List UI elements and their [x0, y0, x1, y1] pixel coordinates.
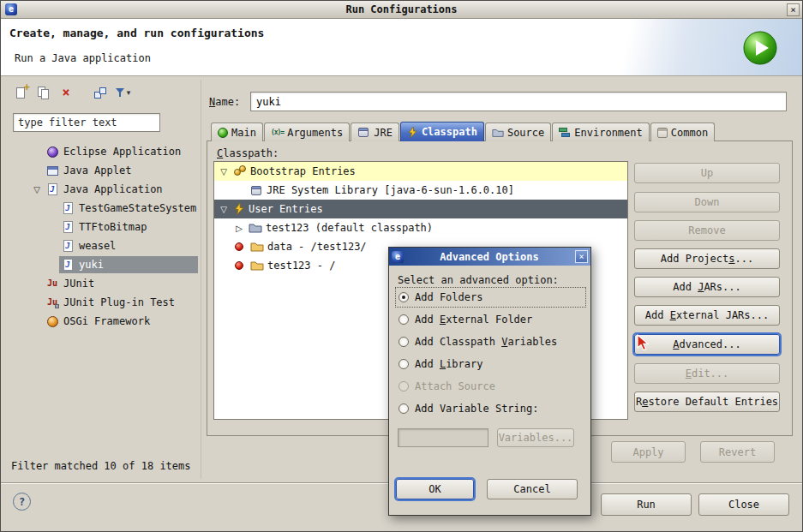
- java-application-icon: J: [61, 220, 75, 234]
- sidebar-item-ttftobitmap[interactable]: JTTFtoBitmap: [8, 218, 198, 236]
- sidebar-item-osgi-framework[interactable]: OSGi Framework: [8, 312, 198, 331]
- panel-separator[interactable]: [201, 80, 201, 479]
- expander-icon[interactable]: ▽: [218, 167, 230, 176]
- sidebar-item-yuki[interactable]: Jyuki: [8, 255, 198, 274]
- config-tabs: Main (x)=Arguments JRE Classpath Source …: [211, 122, 716, 141]
- classpath-item-bootstrap-entries[interactable]: ▽ Bootstrap Entries: [214, 162, 627, 181]
- sidebar-item-junit-plugin-test[interactable]: JuJUnit Plug-in Test: [8, 293, 198, 312]
- filter-menu-button[interactable]: ▾: [112, 82, 133, 103]
- help-button[interactable]: ?: [13, 493, 31, 511]
- filter-icon: [115, 86, 126, 99]
- apply-button[interactable]: Apply: [611, 441, 686, 463]
- radio-icon: [399, 337, 409, 347]
- sidebar-item-java-applet[interactable]: Java Applet: [8, 161, 198, 180]
- eclipse-application-icon: [45, 145, 59, 158]
- dialog-title: Advanced Options: [407, 251, 572, 263]
- bootstrap-entries-icon: [233, 164, 247, 178]
- header-banner: Create, manage, and run configurations R…: [1, 19, 802, 76]
- radio-add-library[interactable]: Add Library: [396, 355, 585, 374]
- java-application-icon: J: [61, 201, 75, 215]
- delete-config-button[interactable]: ×: [56, 82, 76, 103]
- launch-config-toolbar: + × ▾: [11, 81, 133, 104]
- name-label: Name:: [209, 96, 240, 108]
- sidebar-item-eclipse-application[interactable]: Eclipse Application: [8, 142, 198, 161]
- revert-button[interactable]: Revert: [700, 441, 775, 463]
- filter-input[interactable]: [13, 113, 160, 132]
- classpath-item-user-entries[interactable]: ▽ User Entries: [214, 200, 627, 218]
- sidebar-item-junit[interactable]: JuJUnit: [8, 274, 198, 293]
- osgi-icon: [45, 314, 59, 328]
- source-tab-icon: [492, 127, 504, 139]
- common-tab-icon: [657, 128, 668, 138]
- advanced-options-dialog: e Advanced Options × Select an advanced …: [388, 247, 591, 516]
- radio-icon: [399, 359, 409, 369]
- radio-icon: [399, 314, 409, 325]
- expander-icon[interactable]: ▽: [218, 205, 230, 214]
- junit-plugin-icon: Ju: [45, 296, 59, 309]
- folder-icon: [250, 240, 264, 254]
- red-marker-icon: [233, 240, 247, 254]
- run-button[interactable]: Run: [601, 493, 692, 516]
- project-icon: [249, 221, 262, 235]
- name-input[interactable]: [250, 92, 787, 111]
- tab-arguments[interactable]: (x)=Arguments: [264, 123, 350, 141]
- user-entries-icon: [233, 203, 245, 215]
- environment-tab-icon: [559, 127, 571, 139]
- radio-add-classpath-variables[interactable]: Add Classpath Variables: [396, 332, 585, 351]
- run-badge-icon: [742, 30, 778, 66]
- dialog-prompt: Select an advanced option:: [398, 274, 559, 286]
- main-tab-icon: [218, 128, 228, 138]
- duplicate-config-button[interactable]: [33, 82, 54, 103]
- jre-tab-icon: [357, 126, 370, 139]
- classpath-item-jre-system-library[interactable]: JRE System Library [java-6-sun-1.6.0.10]: [214, 181, 627, 200]
- dialog-titlebar[interactable]: e Advanced Options ×: [389, 248, 590, 266]
- tab-classpath[interactable]: Classpath: [400, 122, 484, 141]
- java-application-icon: J: [61, 239, 75, 253]
- classpath-label: Classpath:: [217, 147, 279, 159]
- banner-subtitle: Run a Java application: [15, 52, 151, 64]
- radio-add-folders[interactable]: Add Folders: [396, 288, 585, 307]
- cancel-button[interactable]: Cancel: [487, 479, 578, 499]
- sidebar-item-java-application[interactable]: ▽ JJava Application: [8, 180, 198, 199]
- expander-icon[interactable]: ▷: [233, 224, 245, 233]
- java-applet-icon: [45, 164, 59, 177]
- arguments-tab-icon: (x)=: [271, 129, 284, 136]
- jar-icon: [250, 184, 263, 197]
- close-icon: ×: [790, 5, 796, 15]
- tab-main[interactable]: Main: [211, 123, 263, 141]
- java-application-icon: J: [61, 258, 75, 272]
- radio-icon: [399, 403, 409, 414]
- collapse-all-icon: [93, 86, 107, 99]
- delete-icon: ×: [62, 87, 69, 99]
- tab-source[interactable]: Source: [485, 123, 551, 141]
- sidebar-item-testgamestatesystem[interactable]: JTestGameStateSystem: [8, 199, 198, 218]
- tab-jre[interactable]: JRE: [351, 123, 399, 141]
- sidebar-item-weasel[interactable]: Jweasel: [8, 236, 198, 255]
- collapse-all-button[interactable]: [90, 82, 111, 103]
- dropdown-arrow-icon: ▾: [127, 88, 131, 97]
- radio-add-external-folder[interactable]: Add External Folder: [396, 310, 585, 329]
- run-configurations-window: e Run Configurations × Create, manage, a…: [0, 0, 803, 532]
- radio-icon: [399, 292, 409, 302]
- eclipse-logo-icon: e: [392, 251, 404, 263]
- tab-environment[interactable]: Environment: [552, 123, 649, 141]
- variable-string-input: [398, 428, 488, 447]
- junit-icon: Ju: [45, 277, 59, 290]
- window-titlebar[interactable]: e Run Configurations ×: [1, 1, 802, 19]
- window-close-button[interactable]: ×: [787, 3, 800, 16]
- expander-icon[interactable]: ▽: [30, 185, 44, 194]
- java-application-icon: J: [45, 182, 59, 196]
- window-title: Run Configurations: [1, 3, 802, 15]
- banner-title: Create, manage, and run configurations: [9, 27, 264, 39]
- radio-attach-source: Attach Source: [396, 377, 585, 396]
- variables-button: Variables...: [497, 428, 574, 447]
- close-button[interactable]: Close: [698, 493, 789, 516]
- classpath-item-test123-default[interactable]: ▷ test123 (default classpath): [214, 218, 627, 237]
- new-config-button[interactable]: +: [11, 82, 32, 103]
- ok-button[interactable]: OK: [396, 479, 474, 499]
- new-config-icon: +: [15, 86, 28, 99]
- classpath-tab-icon: [407, 127, 418, 138]
- dialog-close-button[interactable]: ×: [575, 250, 588, 263]
- radio-add-variable-string[interactable]: Add Variable String:: [396, 399, 585, 418]
- tab-common[interactable]: Common: [650, 123, 715, 141]
